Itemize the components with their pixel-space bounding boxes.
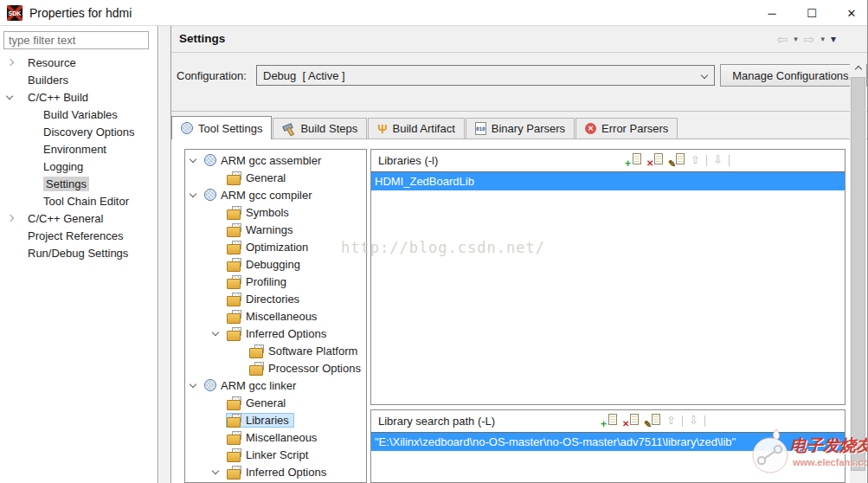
filter-input[interactable] bbox=[3, 31, 149, 49]
tool-tree-item-libraries[interactable]: Libraries bbox=[185, 411, 366, 428]
tool-tree-item-arm-gcc-compiler[interactable]: ARM gcc compiler bbox=[185, 186, 366, 203]
tool-tree-item-general[interactable]: General bbox=[185, 169, 366, 186]
move-up-icon[interactable]: ⇧ bbox=[666, 414, 676, 428]
list-item[interactable]: HDMI_ZedBoardLib bbox=[371, 172, 845, 190]
folder-icon bbox=[227, 241, 241, 254]
search-path-toolbar: + ✕ ✎ ⇧ ⇩ bbox=[601, 414, 705, 428]
sidebar-item-project-references[interactable]: Project References bbox=[0, 227, 158, 244]
tab-build-steps[interactable]: Build Steps bbox=[273, 118, 367, 138]
tool-tree-item-linker-inferred-options[interactable]: Inferred Options bbox=[185, 463, 366, 480]
folder-icon bbox=[249, 362, 264, 375]
folder-icon bbox=[227, 327, 241, 340]
move-down-icon[interactable]: ⇩ bbox=[713, 153, 723, 167]
add-icon[interactable]: + bbox=[601, 414, 617, 428]
tool-tree-item-symbols[interactable]: Symbols bbox=[185, 203, 366, 221]
minimize-icon[interactable]: ─ bbox=[765, 7, 779, 20]
folder-icon bbox=[227, 310, 241, 323]
sidebar-item-logging[interactable]: Logging bbox=[0, 158, 158, 175]
sidebar-splitter[interactable] bbox=[159, 26, 171, 483]
sidebar-item-settings[interactable]: Settings bbox=[0, 175, 158, 192]
edit-icon[interactable]: ✎ bbox=[669, 153, 685, 167]
libraries-panel-title: Libraries (-l) bbox=[378, 154, 438, 167]
chevron-right-icon[interactable] bbox=[7, 59, 14, 66]
tab-tool-settings[interactable]: Tool Settings bbox=[171, 116, 272, 139]
sidebar-item-builders[interactable]: Builders bbox=[0, 71, 158, 88]
move-up-icon[interactable]: ⇧ bbox=[691, 153, 700, 167]
library-search-path-panel: Library search path (-L) + ✕ ✎ ⇧ ⇩ "E:\X… bbox=[370, 409, 845, 483]
xilinx-sdk-icon: SDK bbox=[7, 5, 23, 21]
tool-tree-item-linker-script[interactable]: Linker Script bbox=[185, 446, 366, 463]
folder-icon bbox=[227, 223, 241, 236]
configuration-section: Configuration: Debug [ Active ] Manage C… bbox=[171, 54, 867, 112]
vertical-scrollbar[interactable] bbox=[850, 61, 866, 483]
configuration-select[interactable]: Debug [ Active ] bbox=[256, 65, 715, 86]
sidebar-item-run-debug-settings[interactable]: Run/Debug Settings bbox=[0, 244, 158, 261]
edit-icon[interactable]: ✎ bbox=[645, 414, 660, 428]
sidebar-item-build-variables[interactable]: Build Variables bbox=[0, 106, 158, 123]
tool-settings-tree: ARM gcc assembler General ARM gcc compil… bbox=[184, 149, 367, 483]
maximize-icon[interactable]: ☐ bbox=[805, 7, 819, 20]
tool-tree-item-software-platform[interactable]: Software Platform bbox=[185, 342, 366, 359]
page-title: Settings bbox=[179, 32, 225, 45]
libraries-toolbar: + ✕ ✎ ⇧ ⇩ bbox=[626, 153, 730, 167]
chevron-down-icon[interactable] bbox=[190, 190, 196, 196]
chevron-down-icon[interactable] bbox=[212, 467, 219, 473]
tool-tree-item-warnings[interactable]: Warnings bbox=[185, 221, 366, 238]
back-dropdown-icon[interactable]: ▾ bbox=[794, 35, 798, 43]
view-menu-icon[interactable]: ▾ bbox=[831, 35, 836, 43]
delete-icon[interactable]: ✕ bbox=[647, 153, 663, 167]
sidebar-item-cpp-general[interactable]: C/C++ General bbox=[0, 209, 158, 227]
tool-tree-item-optimization[interactable]: Optimization bbox=[185, 238, 366, 255]
window-title: Properties for hdmi bbox=[29, 6, 132, 20]
chevron-right-icon[interactable] bbox=[7, 215, 14, 222]
binary-file-icon: 010 bbox=[475, 122, 486, 135]
sidebar-item-cpp-build[interactable]: C/C++ Build bbox=[0, 88, 158, 106]
tool-tree-item-directories[interactable]: Directories bbox=[185, 290, 366, 307]
tab-binary-parsers[interactable]: 010 Binary Parsers bbox=[466, 118, 575, 138]
move-down-icon[interactable]: ⇩ bbox=[689, 414, 698, 428]
forward-dropdown-icon[interactable]: ▾ bbox=[820, 35, 825, 43]
folder-icon bbox=[227, 275, 241, 288]
close-icon[interactable]: ✕ bbox=[845, 7, 858, 20]
page-header: Settings ⇦ ▾ ⇨ ▾ ▾ bbox=[171, 26, 867, 53]
back-arrow-icon[interactable]: ⇦ bbox=[777, 33, 788, 46]
sidebar-item-environment[interactable]: Environment bbox=[0, 140, 158, 158]
delete-icon[interactable]: ✕ bbox=[623, 414, 639, 428]
header-navigation: ⇦ ▾ ⇨ ▾ ▾ bbox=[777, 33, 836, 46]
selected-tree-item: Libraries bbox=[227, 414, 293, 427]
window-controls: ─ ☐ ✕ bbox=[765, 0, 858, 26]
manage-configurations-button[interactable]: Manage Configurations.. bbox=[720, 64, 867, 87]
chevron-down-icon[interactable] bbox=[212, 328, 219, 335]
tool-tree-item-debugging[interactable]: Debugging bbox=[185, 255, 366, 273]
search-path-list: "E:\Xilinx\zedboard\no-OS-master\no-OS-m… bbox=[371, 433, 845, 451]
list-item[interactable]: "E:\Xilinx\zedboard\no-OS-master\no-OS-m… bbox=[371, 433, 845, 451]
folder-icon bbox=[227, 171, 241, 184]
title-bar: SDK Properties for hdmi ─ ☐ ✕ bbox=[0, 0, 867, 26]
scroll-up-icon[interactable] bbox=[850, 61, 866, 75]
tab-build-artifact[interactable]: Ψ Build Artifact bbox=[368, 118, 465, 138]
sidebar: Resource Builders C/C++ Build Build Vari… bbox=[0, 26, 158, 483]
tab-bar: Tool Settings Build Steps Ψ Build Artifa… bbox=[171, 112, 867, 139]
chevron-down-icon[interactable] bbox=[6, 92, 13, 99]
tool-tree-item-inferred-options[interactable]: Inferred Options bbox=[185, 325, 366, 342]
chevron-down-icon[interactable] bbox=[190, 155, 196, 162]
tool-tree-item-processor-options[interactable]: Processor Options bbox=[185, 359, 366, 377]
folder-icon bbox=[227, 414, 241, 427]
tool-tree-item-profiling[interactable]: Profiling bbox=[185, 273, 366, 290]
hammer-icon bbox=[282, 123, 295, 135]
tab-error-parsers[interactable]: ✕ Error Parsers bbox=[575, 118, 678, 138]
sidebar-item-resource[interactable]: Resource bbox=[0, 54, 158, 71]
add-icon[interactable]: + bbox=[626, 153, 641, 167]
sidebar-item-discovery-options[interactable]: Discovery Options bbox=[0, 123, 158, 140]
tool-tree-item-miscellaneous[interactable]: Miscellaneous bbox=[185, 307, 366, 325]
scrollbar-thumb[interactable] bbox=[851, 77, 865, 471]
tool-tree-item-linker-miscellaneous[interactable]: Miscellaneous bbox=[185, 428, 366, 446]
chevron-down-icon[interactable] bbox=[190, 380, 196, 387]
sidebar-item-tool-chain-editor[interactable]: Tool Chain Editor bbox=[0, 192, 158, 209]
folder-icon bbox=[227, 258, 241, 271]
tool-tree-item-arm-gcc-linker[interactable]: ARM gcc linker bbox=[185, 377, 366, 394]
tool-tree-item-linker-general[interactable]: General bbox=[185, 394, 366, 411]
selected-sidebar-item: Settings bbox=[43, 177, 89, 191]
forward-arrow-icon[interactable]: ⇨ bbox=[804, 33, 815, 46]
tool-tree-item-arm-gcc-assembler[interactable]: ARM gcc assembler bbox=[185, 151, 366, 169]
